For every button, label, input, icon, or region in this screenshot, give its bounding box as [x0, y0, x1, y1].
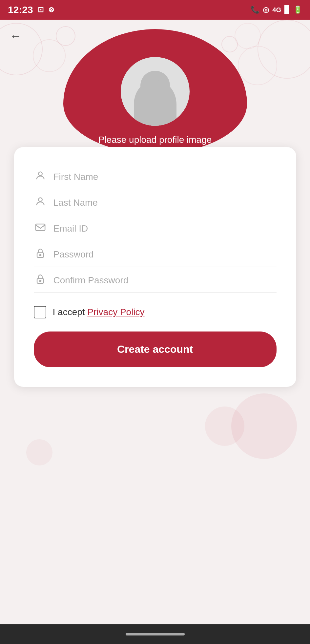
person-icon-2 [34, 196, 47, 210]
bottom-circle-2 [205, 407, 244, 446]
privacy-policy-row: I accept Privacy Policy [34, 306, 277, 318]
profile-section: Please upload profile image [0, 55, 310, 150]
signup-form-card: I accept Privacy Policy Create account [14, 147, 296, 387]
lock-icon-2 [34, 274, 47, 287]
avatar-body [134, 80, 176, 127]
privacy-policy-link[interactable]: Privacy Policy [87, 307, 144, 317]
first-name-field [34, 163, 277, 189]
bottom-decoration [0, 387, 310, 479]
password-input[interactable] [53, 248, 277, 261]
last-name-field [34, 189, 277, 215]
confirm-password-input[interactable] [53, 274, 277, 287]
4g-label: 4G [272, 6, 281, 14]
confirm-password-field [34, 267, 277, 293]
bottom-circle-3 [26, 439, 52, 465]
svg-point-4 [39, 255, 41, 256]
back-button[interactable]: ← [10, 29, 22, 43]
create-account-button[interactable]: Create account [34, 331, 277, 367]
phone-icon: 📞 [251, 6, 259, 14]
battery-icon: 🔋 [293, 6, 302, 14]
privacy-checkbox[interactable] [34, 306, 46, 318]
no-entry-icon: ⊗ [48, 6, 54, 14]
privacy-label: I accept Privacy Policy [53, 307, 145, 317]
profile-upload-label: Please upload profile image [98, 135, 212, 145]
wifi-icon: ◎ [263, 6, 269, 14]
svg-rect-2 [35, 224, 45, 231]
email-field [34, 215, 277, 241]
email-icon [34, 222, 47, 236]
email-input[interactable] [53, 222, 277, 235]
status-time: 12:23 [8, 4, 33, 15]
signal-icon: ▊ [284, 6, 290, 14]
lock-icon [34, 248, 47, 261]
bottom-nav-bar [0, 624, 310, 644]
first-name-input[interactable] [53, 170, 277, 183]
avatar-upload[interactable] [119, 55, 191, 127]
last-name-input[interactable] [53, 196, 277, 209]
status-bar: 12:23 ⊡ ⊗ 📞 ◎ 4G ▊ 🔋 [0, 0, 310, 20]
svg-point-1 [38, 198, 42, 201]
password-field [34, 241, 277, 267]
main-content: ← Signup Please upload profile image [0, 20, 310, 387]
home-indicator [126, 633, 185, 635]
person-icon [34, 170, 47, 184]
svg-point-0 [38, 172, 42, 176]
camera-icon: ⊡ [38, 6, 44, 14]
svg-point-6 [39, 280, 41, 282]
